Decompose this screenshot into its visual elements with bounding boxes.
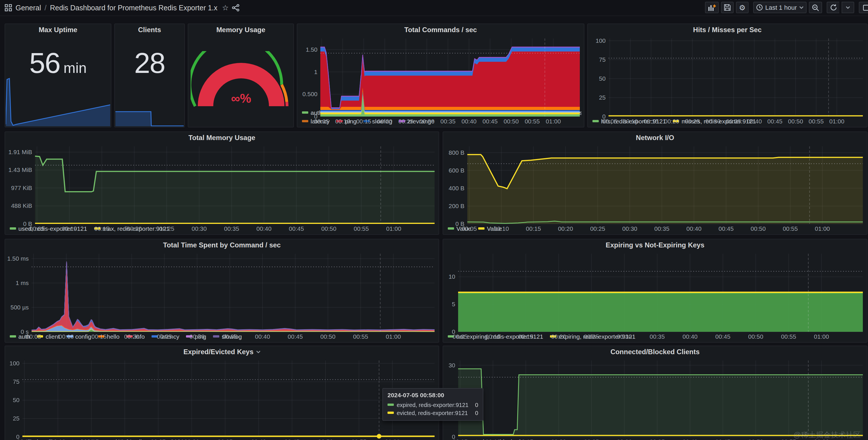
svg-text:00:45: 00:45 [715, 438, 731, 440]
expired-evicted-chart[interactable]: 025507510000:0500:1000:1500:2000:2500:30… [5, 357, 439, 437]
svg-text:00:40: 00:40 [251, 438, 267, 440]
svg-text:00:05: 00:05 [462, 225, 477, 232]
chart-tooltip: 2024-07-05 00:58:00 expired, redis-expor… [382, 388, 484, 421]
clients-sparkline [115, 109, 184, 126]
total-memory-chart[interactable]: 0 B488 KiB977 KiB1.43 MiB1.91 MiB00:0500… [5, 144, 439, 224]
panel-title: Network I/O [443, 132, 867, 144]
svg-text:00:15: 00:15 [92, 333, 107, 340]
chevron-down-icon [846, 6, 850, 9]
time-range-label: Last 1 hour [765, 4, 797, 11]
tooltip-timestamp: 2024-07-05 00:58:00 [388, 391, 478, 398]
svg-text:00:10: 00:10 [485, 438, 501, 440]
share-icon[interactable] [232, 4, 240, 11]
svg-text:00:05: 00:05 [602, 118, 617, 125]
panel-title: Total Commands / sec [298, 24, 584, 36]
svg-text:01:00: 01:00 [814, 333, 829, 340]
svg-text:00:30: 00:30 [617, 333, 632, 340]
svg-text:00:50: 00:50 [321, 225, 336, 232]
gear-icon: ⚙ [739, 4, 745, 11]
svg-text:1.50: 1.50 [306, 46, 317, 53]
svg-text:00:30: 00:30 [617, 438, 632, 440]
panel-total-memory: Total Memory Usage 0 B488 KiB977 KiB1.43… [5, 131, 439, 235]
svg-text:00:05: 00:05 [453, 438, 468, 440]
panel-title: Clients [115, 24, 184, 36]
svg-text:00:05: 00:05 [314, 118, 329, 125]
svg-text:25: 25 [599, 94, 606, 101]
svg-text:75: 75 [13, 378, 20, 385]
panel-title: Connected/Blocked Clients [443, 346, 867, 357]
star-icon[interactable]: ☆ [222, 3, 229, 12]
svg-text:00:20: 00:20 [377, 118, 392, 125]
svg-text:00:10: 00:10 [623, 118, 638, 125]
svg-text:00:25: 00:25 [151, 438, 166, 440]
svg-text:488 KiB: 488 KiB [11, 202, 32, 209]
panel-max-uptime: Max Uptime 56min [5, 24, 112, 127]
svg-text:00:35: 00:35 [224, 225, 239, 232]
svg-text:00:45: 00:45 [483, 118, 498, 125]
svg-text:00:55: 00:55 [353, 333, 368, 340]
zoom-out-button[interactable] [809, 2, 822, 13]
svg-text:00:20: 00:20 [117, 438, 132, 440]
svg-text:00:30: 00:30 [184, 438, 199, 440]
svg-text:00:20: 00:20 [558, 225, 573, 232]
network-io-chart[interactable]: 0 B200 B400 B600 B800 B00:0500:1000:1500… [443, 144, 867, 224]
refresh-interval-dropdown[interactable] [842, 2, 854, 13]
svg-text:00:15: 00:15 [94, 225, 110, 232]
svg-text:00:30: 00:30 [622, 225, 638, 232]
magnifier-minus-icon [812, 4, 819, 11]
svg-text:00:45: 00:45 [284, 438, 300, 440]
clock-icon [756, 4, 763, 11]
svg-text:00:15: 00:15 [84, 438, 99, 440]
svg-text:01:00: 01:00 [546, 118, 561, 125]
panel-title-with-menu[interactable]: Expired/Evicted Keys [5, 346, 439, 357]
series-swatch [388, 404, 394, 406]
save-dashboard-button[interactable] [721, 2, 734, 13]
max-uptime-stat: 56min [5, 46, 111, 80]
svg-text:00:25: 00:25 [398, 118, 414, 125]
svg-text:00:35: 00:35 [654, 225, 670, 232]
svg-text:00:55: 00:55 [525, 118, 540, 125]
svg-text:00:50: 00:50 [318, 438, 333, 440]
add-panel-button[interactable] [705, 2, 719, 13]
panel-connected-blocked: Connected/Blocked Clients 03000:0500:100… [443, 346, 867, 440]
svg-text:100: 100 [9, 360, 20, 367]
svg-text:00:25: 00:25 [159, 225, 175, 232]
svg-text:00:40: 00:40 [462, 118, 477, 125]
cut-off-edge-button[interactable] [859, 2, 868, 13]
time-by-command-chart[interactable]: 0 s500 µs1 ms1.50 ms00:0500:1000:1500:20… [5, 251, 439, 332]
svg-text:00:55: 00:55 [351, 438, 367, 440]
svg-text:1 ms: 1 ms [16, 280, 29, 286]
svg-text:00:40: 00:40 [686, 225, 702, 232]
svg-text:00:05: 00:05 [30, 225, 45, 232]
dashboards-grid-icon[interactable] [5, 4, 12, 11]
panel-title: Memory Usage [188, 24, 293, 36]
svg-text:00:20: 00:20 [127, 225, 142, 232]
svg-text:00:35: 00:35 [218, 438, 233, 440]
svg-text:00:45: 00:45 [288, 333, 303, 340]
svg-text:00:35: 00:35 [650, 333, 665, 340]
svg-text:00:55: 00:55 [783, 225, 798, 232]
svg-text:00:45: 00:45 [715, 333, 731, 340]
dashboard-settings-button[interactable]: ⚙ [736, 2, 749, 13]
svg-text:00:25: 00:25 [584, 438, 599, 440]
expiring-keys-chart[interactable]: 051000:0500:1000:1500:2000:2500:3000:350… [443, 251, 867, 332]
total-commands-chart[interactable]: 00.50011.5000:0500:1000:1500:2000:2500:3… [298, 36, 584, 108]
svg-text:00:45: 00:45 [767, 118, 782, 125]
svg-text:00:05: 00:05 [26, 333, 41, 340]
connected-blocked-chart[interactable]: 03000:0500:1000:1500:2000:2500:3000:3500… [443, 357, 867, 437]
svg-text:1.43 MiB: 1.43 MiB [8, 166, 32, 173]
refresh-button[interactable] [827, 2, 839, 13]
svg-text:00:40: 00:40 [255, 333, 270, 340]
panel-title: Hits / Misses per Sec [588, 24, 867, 36]
time-range-picker[interactable]: Last 1 hour [753, 2, 807, 13]
breadcrumb-section[interactable]: General [16, 4, 41, 12]
svg-text:977 KiB: 977 KiB [11, 185, 32, 191]
svg-text:00:30: 00:30 [420, 118, 435, 125]
svg-text:00:25: 00:25 [157, 333, 172, 340]
svg-text:00:10: 00:10 [494, 225, 509, 232]
dashboard-title[interactable]: Redis Dashboard for Prometheus Redis Exp… [50, 4, 218, 12]
svg-text:1.50 ms: 1.50 ms [7, 255, 29, 262]
tooltip-row: expired, redis-exporter:9121 0 [388, 401, 478, 409]
svg-text:00:35: 00:35 [650, 438, 665, 440]
hits-misses-chart[interactable]: 025507510000:0500:1000:1500:2000:2500:30… [588, 36, 867, 117]
